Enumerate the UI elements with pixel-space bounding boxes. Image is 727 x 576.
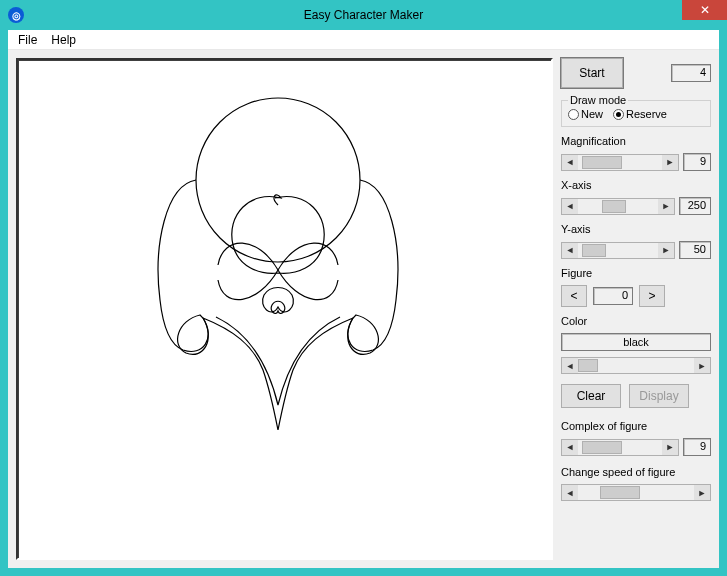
- menu-help[interactable]: Help: [45, 31, 82, 49]
- left-arrow-icon[interactable]: ◄: [562, 358, 578, 373]
- radio-reserve[interactable]: Reserve: [613, 108, 667, 120]
- color-slider[interactable]: ◄ ►: [561, 357, 711, 374]
- magnification-label: Magnification: [561, 135, 711, 147]
- display-button[interactable]: Display: [629, 384, 689, 408]
- content: Start 4 Draw mode New Reserve Magn: [8, 50, 719, 568]
- figure-value: 0: [593, 287, 633, 305]
- close-button[interactable]: ✕: [682, 0, 727, 20]
- radio-new-dot: [568, 109, 579, 120]
- y-axis-slider[interactable]: ◄ ►: [561, 242, 675, 259]
- right-arrow-icon[interactable]: ►: [694, 485, 710, 500]
- magnification-slider[interactable]: ◄ ►: [561, 154, 679, 171]
- clear-button[interactable]: Clear: [561, 384, 621, 408]
- speed-slider[interactable]: ◄ ►: [561, 484, 711, 501]
- title-bar: ◎ Easy Character Maker ✕: [0, 0, 727, 30]
- draw-mode-legend: Draw mode: [568, 94, 628, 106]
- color-value: black: [561, 333, 711, 351]
- complex-label: Complex of figure: [561, 420, 711, 432]
- figure-prev-button[interactable]: <: [561, 285, 587, 307]
- window-title: Easy Character Maker: [0, 8, 727, 22]
- left-arrow-icon[interactable]: ◄: [562, 485, 578, 500]
- left-arrow-icon[interactable]: ◄: [562, 440, 578, 455]
- right-arrow-icon[interactable]: ►: [658, 243, 674, 258]
- radio-new[interactable]: New: [568, 108, 603, 120]
- figure-next-button[interactable]: >: [639, 285, 665, 307]
- client-area: File Help: [8, 30, 719, 568]
- start-value: 4: [671, 64, 711, 82]
- svg-point-0: [196, 98, 360, 262]
- right-arrow-icon[interactable]: ►: [694, 358, 710, 373]
- figure-label: Figure: [561, 267, 711, 279]
- x-axis-label: X-axis: [561, 179, 711, 191]
- complex-slider[interactable]: ◄ ►: [561, 439, 679, 456]
- menu-bar: File Help: [8, 30, 719, 50]
- magnification-value: 9: [683, 153, 711, 171]
- color-label: Color: [561, 315, 711, 327]
- right-arrow-icon[interactable]: ►: [658, 199, 674, 214]
- right-arrow-icon[interactable]: ►: [662, 440, 678, 455]
- x-axis-slider[interactable]: ◄ ►: [561, 198, 675, 215]
- y-axis-label: Y-axis: [561, 223, 711, 235]
- left-arrow-icon[interactable]: ◄: [562, 243, 578, 258]
- start-button[interactable]: Start: [561, 58, 623, 88]
- radio-reserve-dot: [613, 109, 624, 120]
- app-icon: ◎: [8, 7, 24, 23]
- complex-value: 9: [683, 438, 711, 456]
- y-axis-value: 50: [679, 241, 711, 259]
- sidebar: Start 4 Draw mode New Reserve Magn: [561, 58, 711, 560]
- left-arrow-icon[interactable]: ◄: [562, 199, 578, 214]
- drawing-canvas[interactable]: [16, 58, 553, 560]
- right-arrow-icon[interactable]: ►: [662, 155, 678, 170]
- x-axis-value: 250: [679, 197, 711, 215]
- left-arrow-icon[interactable]: ◄: [562, 155, 578, 170]
- character-figure: [18, 60, 538, 560]
- menu-file[interactable]: File: [12, 31, 43, 49]
- speed-label: Change speed of figure: [561, 466, 711, 478]
- draw-mode-group: Draw mode New Reserve: [561, 94, 711, 127]
